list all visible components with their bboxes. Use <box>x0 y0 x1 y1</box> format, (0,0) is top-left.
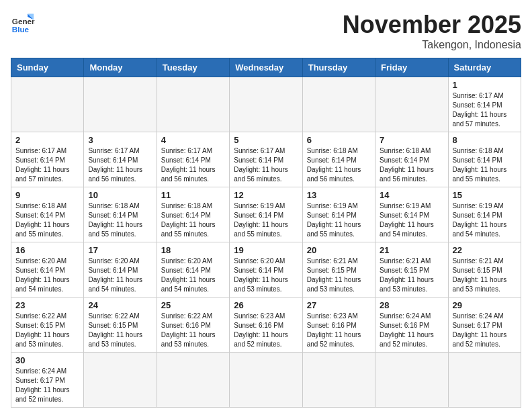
week-row-5: 23Sunrise: 6:22 AM Sunset: 6:15 PM Dayli… <box>11 298 521 353</box>
cell-info: Sunrise: 6:21 AM Sunset: 6:15 PM Dayligh… <box>380 257 443 294</box>
calendar-cell <box>157 77 229 132</box>
cell-info: Sunrise: 6:20 AM Sunset: 6:14 PM Dayligh… <box>15 257 79 294</box>
weekday-header-thursday: Thursday <box>302 58 375 77</box>
calendar-cell: 17Sunrise: 6:20 AM Sunset: 6:14 PM Dayli… <box>84 242 157 298</box>
weekday-header-wednesday: Wednesday <box>230 58 302 77</box>
cell-info: Sunrise: 6:17 AM Sunset: 6:14 PM Dayligh… <box>234 146 298 184</box>
calendar-title: November 2025 <box>343 11 521 39</box>
cell-info: Sunrise: 6:23 AM Sunset: 6:16 PM Dayligh… <box>307 312 371 349</box>
calendar-cell: 23Sunrise: 6:22 AM Sunset: 6:15 PM Dayli… <box>11 298 84 353</box>
day-number: 20 <box>307 245 371 255</box>
cell-info: Sunrise: 6:18 AM Sunset: 6:14 PM Dayligh… <box>453 146 517 184</box>
day-number: 4 <box>161 135 225 145</box>
calendar-cell: 2Sunrise: 6:17 AM Sunset: 6:14 PM Daylig… <box>11 132 84 187</box>
calendar-cell <box>84 77 157 132</box>
day-number: 3 <box>88 135 152 145</box>
day-number: 15 <box>453 190 517 200</box>
calendar-cell <box>375 77 448 132</box>
calendar-cell: 16Sunrise: 6:20 AM Sunset: 6:14 PM Dayli… <box>11 242 84 298</box>
calendar-cell <box>230 353 302 408</box>
cell-info: Sunrise: 6:21 AM Sunset: 6:15 PM Dayligh… <box>453 257 517 294</box>
week-row-6: 30Sunrise: 6:24 AM Sunset: 6:17 PM Dayli… <box>11 353 521 408</box>
header: General Blue November 2025 Takengon, Ind… <box>11 11 521 51</box>
day-number: 17 <box>88 245 152 255</box>
day-number: 18 <box>161 245 225 255</box>
calendar-cell <box>302 353 375 408</box>
calendar-cell <box>230 77 302 132</box>
week-row-3: 9Sunrise: 6:18 AM Sunset: 6:14 PM Daylig… <box>11 187 521 242</box>
calendar-cell: 22Sunrise: 6:21 AM Sunset: 6:15 PM Dayli… <box>448 242 521 298</box>
week-row-4: 16Sunrise: 6:20 AM Sunset: 6:14 PM Dayli… <box>11 242 521 298</box>
cell-info: Sunrise: 6:22 AM Sunset: 6:16 PM Dayligh… <box>161 312 225 349</box>
cell-info: Sunrise: 6:19 AM Sunset: 6:14 PM Dayligh… <box>453 201 517 239</box>
day-number: 24 <box>88 300 152 310</box>
calendar-cell: 21Sunrise: 6:21 AM Sunset: 6:15 PM Dayli… <box>375 242 448 298</box>
calendar-cell <box>157 353 229 408</box>
cell-info: Sunrise: 6:19 AM Sunset: 6:14 PM Dayligh… <box>234 201 298 239</box>
cell-info: Sunrise: 6:20 AM Sunset: 6:14 PM Dayligh… <box>234 257 298 294</box>
day-number: 13 <box>307 190 371 200</box>
cell-info: Sunrise: 6:19 AM Sunset: 6:14 PM Dayligh… <box>307 201 371 239</box>
calendar-cell: 20Sunrise: 6:21 AM Sunset: 6:15 PM Dayli… <box>302 242 375 298</box>
day-number: 7 <box>380 135 443 145</box>
calendar-cell: 6Sunrise: 6:18 AM Sunset: 6:14 PM Daylig… <box>302 132 375 187</box>
calendar-cell: 29Sunrise: 6:24 AM Sunset: 6:17 PM Dayli… <box>448 298 521 353</box>
cell-info: Sunrise: 6:17 AM Sunset: 6:14 PM Dayligh… <box>453 91 517 129</box>
calendar-cell: 11Sunrise: 6:18 AM Sunset: 6:14 PM Dayli… <box>157 187 229 242</box>
calendar-cell: 12Sunrise: 6:19 AM Sunset: 6:14 PM Dayli… <box>230 187 302 242</box>
weekday-header-sunday: Sunday <box>11 58 84 77</box>
day-number: 29 <box>453 300 517 310</box>
day-number: 11 <box>161 190 225 200</box>
day-number: 2 <box>15 135 79 145</box>
day-number: 22 <box>453 245 517 255</box>
day-number: 14 <box>380 190 443 200</box>
calendar-cell: 19Sunrise: 6:20 AM Sunset: 6:14 PM Dayli… <box>230 242 302 298</box>
day-number: 12 <box>234 190 298 200</box>
day-number: 10 <box>88 190 152 200</box>
day-number: 8 <box>453 135 517 145</box>
cell-info: Sunrise: 6:23 AM Sunset: 6:16 PM Dayligh… <box>234 312 298 349</box>
weekday-header-tuesday: Tuesday <box>157 58 229 77</box>
calendar-cell: 4Sunrise: 6:17 AM Sunset: 6:14 PM Daylig… <box>157 132 229 187</box>
day-number: 9 <box>15 190 79 200</box>
logo: General Blue <box>11 11 35 35</box>
calendar-cell: 9Sunrise: 6:18 AM Sunset: 6:14 PM Daylig… <box>11 187 84 242</box>
cell-info: Sunrise: 6:24 AM Sunset: 6:16 PM Dayligh… <box>380 312 443 349</box>
weekday-header-monday: Monday <box>84 58 157 77</box>
cell-info: Sunrise: 6:18 AM Sunset: 6:14 PM Dayligh… <box>161 201 225 239</box>
cell-info: Sunrise: 6:24 AM Sunset: 6:17 PM Dayligh… <box>15 367 79 404</box>
calendar-cell: 26Sunrise: 6:23 AM Sunset: 6:16 PM Dayli… <box>230 298 302 353</box>
cell-info: Sunrise: 6:17 AM Sunset: 6:14 PM Dayligh… <box>15 146 79 184</box>
day-number: 1 <box>453 80 517 90</box>
logo-icon: General Blue <box>11 11 35 35</box>
day-number: 25 <box>161 300 225 310</box>
cell-info: Sunrise: 6:19 AM Sunset: 6:14 PM Dayligh… <box>380 201 443 239</box>
calendar-cell: 5Sunrise: 6:17 AM Sunset: 6:14 PM Daylig… <box>230 132 302 187</box>
weekday-header-saturday: Saturday <box>448 58 521 77</box>
calendar-table: SundayMondayTuesdayWednesdayThursdayFrid… <box>11 58 521 408</box>
cell-info: Sunrise: 6:24 AM Sunset: 6:17 PM Dayligh… <box>453 312 517 349</box>
week-row-2: 2Sunrise: 6:17 AM Sunset: 6:14 PM Daylig… <box>11 132 521 187</box>
day-number: 5 <box>234 135 298 145</box>
calendar-cell: 24Sunrise: 6:22 AM Sunset: 6:15 PM Dayli… <box>84 298 157 353</box>
day-number: 6 <box>307 135 371 145</box>
day-number: 28 <box>380 300 443 310</box>
calendar-cell: 1Sunrise: 6:17 AM Sunset: 6:14 PM Daylig… <box>448 77 521 132</box>
calendar-cell: 25Sunrise: 6:22 AM Sunset: 6:16 PM Dayli… <box>157 298 229 353</box>
cell-info: Sunrise: 6:18 AM Sunset: 6:14 PM Dayligh… <box>88 201 152 239</box>
calendar-cell: 28Sunrise: 6:24 AM Sunset: 6:16 PM Dayli… <box>375 298 448 353</box>
week-row-1: 1Sunrise: 6:17 AM Sunset: 6:14 PM Daylig… <box>11 77 521 132</box>
calendar-cell <box>11 77 84 132</box>
calendar-cell: 10Sunrise: 6:18 AM Sunset: 6:14 PM Dayli… <box>84 187 157 242</box>
cell-info: Sunrise: 6:17 AM Sunset: 6:14 PM Dayligh… <box>161 146 225 184</box>
calendar-cell <box>375 353 448 408</box>
weekday-header-friday: Friday <box>375 58 448 77</box>
calendar-cell: 14Sunrise: 6:19 AM Sunset: 6:14 PM Dayli… <box>375 187 448 242</box>
cell-info: Sunrise: 6:18 AM Sunset: 6:14 PM Dayligh… <box>307 146 371 184</box>
calendar-cell: 27Sunrise: 6:23 AM Sunset: 6:16 PM Dayli… <box>302 298 375 353</box>
calendar-cell <box>302 77 375 132</box>
cell-info: Sunrise: 6:22 AM Sunset: 6:15 PM Dayligh… <box>88 312 152 349</box>
day-number: 21 <box>380 245 443 255</box>
cell-info: Sunrise: 6:18 AM Sunset: 6:14 PM Dayligh… <box>380 146 443 184</box>
calendar-cell: 15Sunrise: 6:19 AM Sunset: 6:14 PM Dayli… <box>448 187 521 242</box>
